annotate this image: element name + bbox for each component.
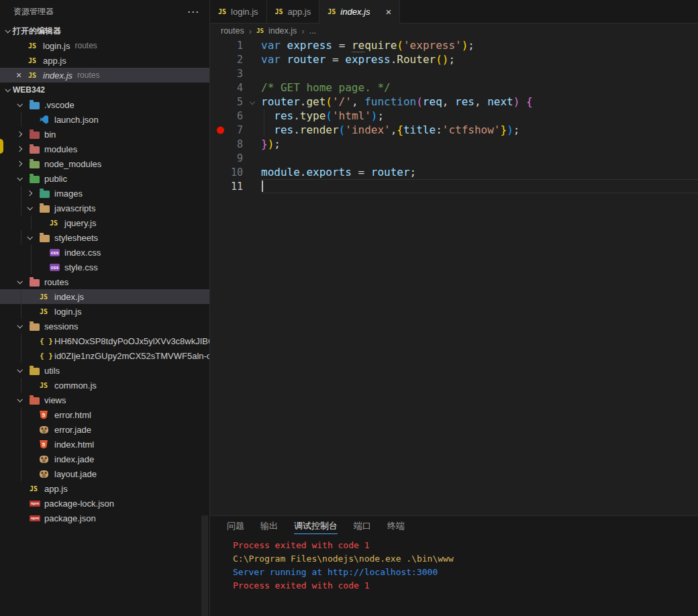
line-gutter[interactable]: 3	[210, 66, 261, 81]
code-line[interactable]: 1var express = require('express');	[210, 38, 698, 52]
line-gutter[interactable]: 1	[210, 38, 261, 52]
indent-guide	[21, 333, 21, 348]
tree-item-index.jade[interactable]: index.jade	[0, 452, 209, 466]
panel-tab-输出[interactable]: 输出	[260, 518, 278, 534]
tree-item-node_modules[interactable]: node_modules	[0, 156, 209, 171]
tree-item-images[interactable]: images	[0, 186, 209, 201]
code-text[interactable]: var router = express.Router();	[261, 53, 455, 66]
line-gutter[interactable]: 10	[210, 165, 261, 179]
code-token: type	[300, 109, 326, 122]
tree-item-id0ZIje1nzGUpy2mCX52sTMVWF5aln-o...[interactable]: { }id0ZIje1nzGUpy2mCX52sTMVWF5aln-o...	[0, 348, 209, 363]
tree-item-launch.json[interactable]: launch.json	[0, 112, 209, 127]
tree-item-style.css[interactable]: cssstyle.css	[0, 260, 209, 274]
close-icon[interactable]: ×	[16, 70, 21, 80]
line-gutter[interactable]: 8	[210, 137, 261, 151]
breadcrumb[interactable]: routes›JSindex.js›...	[210, 23, 698, 38]
code-token	[261, 123, 274, 136]
tree-item-package-lock.json[interactable]: npmpackage-lock.json	[0, 496, 209, 511]
code-line[interactable]: 9	[210, 151, 698, 165]
code-text[interactable]: /* GET home page. */	[261, 81, 391, 94]
tree-item-HH6NOxSP8tdyPoOJx5ylXVv3c8wkJIBO....[interactable]: { }HH6NOxSP8tdyPoOJx5ylXVv3c8wkJIBO....	[0, 333, 209, 348]
panel-tab-端口[interactable]: 端口	[354, 518, 371, 534]
folder-icon	[30, 132, 40, 139]
tree-item-.vscode[interactable]: .vscode	[0, 97, 209, 112]
fold-icon[interactable]	[250, 99, 255, 105]
more-actions-button[interactable]: ···	[188, 7, 200, 17]
code-line[interactable]: 8});	[210, 137, 698, 151]
item-icon-wrap	[30, 174, 44, 183]
tree-item-index.js[interactable]: JSindex.js	[0, 289, 209, 304]
close-icon[interactable]: ×	[385, 7, 391, 17]
scrollbar-thumb[interactable]	[201, 515, 208, 616]
code-token: )	[462, 39, 468, 52]
tree-item-layout.jade[interactable]: layout.jade	[0, 466, 209, 481]
tree-item-javascripts[interactable]: javascripts	[0, 201, 209, 215]
breadcrumb-item[interactable]: ...	[309, 26, 316, 36]
line-gutter[interactable]: 6	[210, 109, 261, 123]
code-line[interactable]: 3	[210, 66, 698, 81]
chevron-slot	[17, 103, 30, 107]
tree-item-common.js[interactable]: JScommon.js	[0, 378, 209, 393]
code-line[interactable]: 2var router = express.Router();	[210, 52, 698, 66]
code-text[interactable]: });	[261, 138, 281, 150]
code-text[interactable]: module.exports = router;	[261, 166, 416, 178]
code-text[interactable]: res.type('html');	[261, 109, 384, 122]
code-line[interactable]: 6 res.type('html');	[210, 109, 698, 123]
tree-item-routes[interactable]: routes	[0, 274, 209, 289]
tree-item-jquery.js[interactable]: JSjquery.js	[0, 215, 209, 230]
console-link[interactable]: http://localhost:3000	[328, 567, 438, 577]
tree-item-label: package.json	[44, 513, 96, 523]
tree-item-utils[interactable]: utils	[0, 363, 209, 378]
tree-item-views[interactable]: views	[0, 393, 209, 407]
panel-tab-调试控制台[interactable]: 调试控制台	[294, 518, 338, 534]
code-line[interactable]: 4/* GET home page. */	[210, 81, 698, 95]
code-token: {	[526, 95, 533, 108]
code-token: ;	[274, 138, 281, 150]
editor-tab-login.js[interactable]: JSlogin.js	[210, 0, 267, 23]
editor-tab-index.js[interactable]: JSindex.js×	[319, 0, 400, 23]
line-gutter[interactable]: 11	[210, 179, 261, 193]
indent-guide	[31, 215, 32, 230]
tree-item-error.jade[interactable]: error.jade	[0, 422, 209, 437]
line-gutter[interactable]: 5	[210, 95, 261, 109]
tree-item-sessions[interactable]: sessions	[0, 319, 209, 333]
indent-guide	[31, 260, 32, 274]
line-gutter[interactable]: 9	[210, 151, 261, 165]
code-text[interactable]: res.render('index',{title:'ctfshow'});	[261, 123, 519, 136]
tree-item-index.html[interactable]: 5index.html	[0, 437, 209, 452]
open-editor-index.js[interactable]: ×JSindex.jsroutes	[0, 68, 209, 83]
open-editors-section-header[interactable]: 打开的编辑器	[0, 23, 209, 38]
tree-item-login.js[interactable]: JSlogin.js	[0, 304, 209, 319]
breadcrumb-item[interactable]: index.js	[268, 26, 297, 36]
code-text[interactable]: router.get('/', function(req, res, next)…	[261, 95, 533, 108]
code-editor[interactable]: 1var express = require('express');2var r…	[210, 38, 698, 515]
tree-item-app.js[interactable]: JSapp.js	[0, 481, 209, 496]
tree-item-stylesheets[interactable]: stylesheets	[0, 230, 209, 245]
project-section-header[interactable]: WEB342	[0, 83, 209, 97]
breakpoint-icon[interactable]	[217, 126, 224, 134]
code-text[interactable]: var express = require('express');	[261, 39, 475, 52]
line-gutter[interactable]: 2	[210, 52, 261, 66]
code-line[interactable]: 11	[210, 179, 698, 193]
open-editor-app.js[interactable]: JSapp.js	[0, 53, 209, 68]
panel-tab-问题[interactable]: 问题	[227, 518, 244, 534]
debug-console-output: Process exited with code 1C:\Program Fil…	[210, 536, 698, 593]
tree-item-index.css[interactable]: cssindex.css	[0, 245, 209, 260]
editor-tab-app.js[interactable]: JSapp.js	[267, 0, 320, 23]
open-editor-login.js[interactable]: JSlogin.jsroutes	[0, 38, 209, 53]
panel-tab-终端[interactable]: 终端	[387, 518, 405, 534]
console-text: Server running at	[233, 567, 328, 577]
code-token: 'index'	[345, 123, 390, 136]
tree-item-modules[interactable]: modules	[0, 142, 209, 156]
code-token: (	[416, 95, 423, 108]
line-gutter[interactable]: 4	[210, 81, 261, 95]
code-line[interactable]: 5router.get('/', function(req, res, next…	[210, 95, 698, 109]
tree-item-public[interactable]: public	[0, 171, 209, 186]
tree-item-error.html[interactable]: 5error.html	[0, 407, 209, 422]
tree-item-package.json[interactable]: npmpackage.json	[0, 511, 209, 525]
code-line[interactable]: 10module.exports = router;	[210, 165, 698, 179]
line-gutter[interactable]: 7	[210, 123, 261, 137]
tree-item-bin[interactable]: bin	[0, 127, 209, 142]
code-line[interactable]: 7 res.render('index',{title:'ctfshow'});	[210, 123, 698, 137]
breadcrumb-item[interactable]: routes	[221, 26, 244, 36]
